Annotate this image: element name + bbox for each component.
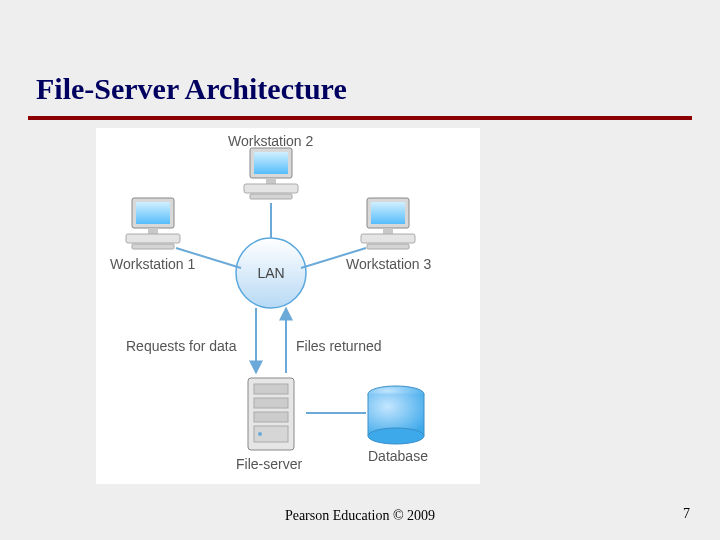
workstation-2-icon — [244, 148, 298, 199]
svg-rect-18 — [254, 412, 288, 422]
workstation-3-label: Workstation 3 — [346, 256, 431, 272]
svg-rect-11 — [371, 202, 405, 224]
workstation-1-icon — [126, 198, 180, 249]
svg-rect-17 — [254, 398, 288, 408]
workstation-2-label: Workstation 2 — [228, 133, 313, 149]
svg-rect-7 — [266, 178, 276, 184]
svg-point-20 — [258, 432, 262, 436]
database-icon — [368, 386, 424, 444]
database-label: Database — [368, 448, 428, 464]
slide: File-Server Architecture — [0, 0, 720, 540]
svg-rect-4 — [132, 244, 174, 249]
svg-rect-16 — [254, 384, 288, 394]
svg-rect-12 — [383, 228, 393, 234]
diagram-svg: LAN — [96, 128, 480, 484]
svg-rect-2 — [148, 228, 158, 234]
svg-rect-14 — [367, 244, 409, 249]
workstation-1-label: Workstation 1 — [110, 256, 195, 272]
lan-label-inside: LAN — [257, 265, 284, 281]
file-server-icon — [248, 378, 294, 450]
title-underline — [28, 116, 692, 120]
svg-rect-8 — [244, 184, 298, 193]
svg-point-25 — [368, 428, 424, 444]
page-number: 7 — [683, 506, 690, 522]
files-returned-label: Files returned — [296, 338, 382, 354]
footer-text: Pearson Education © 2009 — [0, 508, 720, 524]
svg-rect-6 — [254, 152, 288, 174]
architecture-diagram: LAN — [96, 128, 480, 484]
svg-rect-3 — [126, 234, 180, 243]
requests-label: Requests for data — [126, 338, 237, 354]
svg-rect-1 — [136, 202, 170, 224]
page-title: File-Server Architecture — [36, 72, 347, 106]
file-server-label: File-server — [236, 456, 302, 472]
workstation-3-icon — [361, 198, 415, 249]
svg-rect-13 — [361, 234, 415, 243]
svg-rect-9 — [250, 194, 292, 199]
